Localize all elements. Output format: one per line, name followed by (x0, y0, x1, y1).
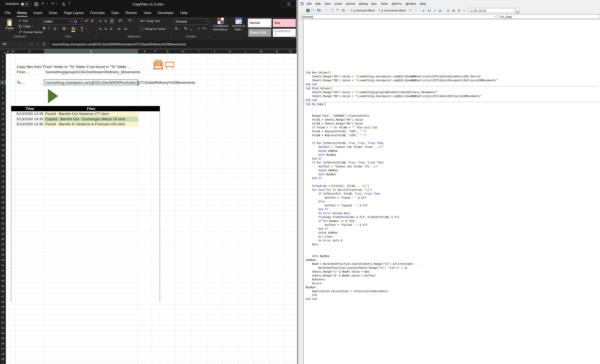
code-line[interactable] (306, 180, 598, 184)
number-dialog-launcher-icon[interactable]: ⌟ (209, 35, 210, 38)
code-line[interactable]: OutText = "Cannot see folder (To ..)!" (306, 164, 598, 168)
log-row[interactable]: 5/13/2020 14:35 Copied - Barrels Out - E… (16, 117, 160, 122)
row-header[interactable]: 35 (0, 231, 6, 237)
copy-button[interactable]: Copy˅ (19, 25, 33, 28)
code-line[interactable]: Sub Prod_Values() (306, 86, 598, 90)
design-mode-icon[interactable] (438, 8, 442, 13)
code-line[interactable]: NewR = WorksheetFunction.CountA(Sheet1.R… (306, 262, 598, 266)
code-line[interactable]: FoldB = Sheet1.Range("D6").Value (306, 122, 598, 126)
percent-style-icon[interactable]: % (184, 27, 187, 31)
row-header[interactable]: 2 (0, 59, 6, 64)
decrease-indent-icon[interactable]: ⇤ (118, 27, 121, 31)
code-line[interactable]: End (306, 293, 598, 297)
code-line[interactable]: FoldA = Sheet1.Range("D4").Value (306, 118, 598, 122)
vba-find-icon[interactable] (341, 8, 345, 13)
column-header[interactable]: A (6, 49, 10, 54)
fill-color-dropdown-icon[interactable]: ˅ (76, 28, 78, 30)
row-header[interactable]: 31 (0, 210, 6, 216)
insert-function-icon[interactable]: fx (43, 42, 46, 46)
row-header[interactable]: 53 (0, 325, 6, 331)
comment-block-button[interactable]: ☰1 Comment Block (349, 9, 376, 12)
object-combo[interactable]: (General)∨ (300, 14, 497, 19)
row-header[interactable]: 29 (0, 200, 6, 205)
code-line[interactable]: Sheet1.Range("D4").Value = "\\something\… (306, 90, 598, 94)
vba-redo-icon[interactable]: ↷ (413, 8, 418, 13)
uncomment-block-button[interactable]: ☰2 Uncomment Block (377, 9, 407, 12)
align-top-icon[interactable]: ≡ (99, 19, 101, 23)
row-header[interactable]: 40 (0, 257, 6, 263)
code-line[interactable]: Err.Clear (306, 235, 598, 238)
code-line[interactable]: If Not IsThere1(FoldB, True, True, True)… (306, 161, 598, 164)
column-header[interactable]: I (191, 49, 207, 54)
cell-style-item[interactable]: Check Cell (248, 28, 272, 37)
row-header[interactable]: 55 (0, 336, 6, 341)
ribbon-tab[interactable]: Home (14, 9, 30, 17)
row-header[interactable]: 46 (0, 289, 6, 294)
row-header[interactable]: 54 (0, 330, 6, 336)
vba-menu-item[interactable]: Window (404, 2, 418, 5)
column-header[interactable]: M (253, 49, 269, 54)
row-header[interactable]: 51 (0, 315, 6, 320)
row-header[interactable]: 33 (0, 221, 6, 226)
code-line[interactable]: GoTo ByeBye (306, 254, 598, 258)
column-header[interactable]: O (285, 49, 297, 54)
column-header[interactable]: B (10, 49, 16, 54)
break-icon[interactable]: ❚❚ (427, 8, 431, 13)
vba-menu-item[interactable]: Help (418, 2, 428, 5)
row-header[interactable]: 32 (0, 216, 6, 221)
decrease-font-icon[interactable]: Aˇ (91, 19, 94, 23)
align-right-icon[interactable]: ≡ (110, 27, 112, 31)
code-line[interactable]: OutText = "Found - " & Fif (306, 196, 598, 200)
align-center-icon[interactable]: ≡ (104, 27, 107, 31)
log-row[interactable]: 5/13/2020 14:35 Found - Barrels In Varia… (16, 122, 160, 127)
selected-cell-border[interactable] (44, 80, 138, 85)
code-line[interactable]: WorksheetFunction.CountA(Sheet1.Range("C… (306, 266, 598, 270)
code-line[interactable]: FoldB = Replace(FoldB, "%20", " ") (306, 133, 598, 137)
fill-handle[interactable] (137, 84, 139, 86)
code-line[interactable]: AddRow: (306, 258, 598, 262)
code-pane[interactable]: Sub Dev_Values() Sheet1.Range("D4").Valu… (303, 19, 600, 364)
project-explorer-icon[interactable]: ▤ (446, 8, 450, 13)
vba-menu-item[interactable]: Format (344, 2, 357, 5)
row-header[interactable]: 45 (0, 283, 6, 289)
column-header[interactable]: K (222, 49, 238, 54)
scrollbar-fragment[interactable]: ▼ (516, 8, 519, 14)
ribbon-tab[interactable]: View (140, 9, 154, 17)
row-header[interactable]: 39 (0, 252, 6, 257)
ribbon-tab[interactable]: Help (177, 9, 191, 17)
comma-style-icon[interactable]: , (190, 26, 191, 31)
format-as-table-button[interactable]: Format asTable ˅ (231, 18, 246, 31)
decrease-decimal-icon[interactable]: .00→ (202, 27, 208, 30)
code-line[interactable]: OutText = "Copied - " & Fif (306, 203, 598, 207)
note-cell[interactable]: Copy files from 'From" folder to "To" fo… (17, 64, 131, 69)
row-header[interactable]: 14 (0, 122, 6, 127)
name-box[interactable]: D6 ▾ (0, 41, 25, 48)
conditional-formatting-button[interactable]: ConditionalFormatting ˅ (211, 18, 231, 31)
code-line[interactable]: End Sub (306, 297, 598, 301)
accounting-format-icon[interactable]: $ ˅ (175, 27, 179, 31)
row-header[interactable]: 19 (0, 148, 6, 153)
row-header[interactable]: 5 (0, 75, 6, 80)
search-box[interactable] (281, 1, 296, 7)
row-header[interactable]: 22 (0, 164, 6, 169)
code-editor[interactable]: Sub Dev_Values() Sheet1.Range("D4").Valu… (306, 71, 598, 301)
code-line[interactable]: If Err.Number <> 0 Then (306, 219, 598, 223)
row-header[interactable]: 43 (0, 273, 6, 278)
log-time-cell[interactable]: 5/13/2020 14:35 (16, 122, 43, 127)
code-line[interactable]: GoSub AddRow (306, 149, 598, 153)
italic-button[interactable]: I (48, 26, 49, 30)
font-color-button[interactable]: A (81, 26, 83, 31)
orientation-icon[interactable]: ab˅ (118, 19, 123, 22)
column-header[interactable]: E (138, 49, 151, 54)
row-header[interactable]: 10 (0, 101, 6, 106)
code-line[interactable]: End If (306, 207, 598, 211)
code-line[interactable]: GoTo ByeBye (306, 172, 598, 176)
run-sub-icon[interactable]: ▶ (422, 8, 426, 13)
code-line[interactable]: End Sub (306, 98, 598, 102)
code-line[interactable]: OutText = "Cannot see folder (From ...)!… (306, 145, 598, 149)
font-name-combo[interactable]: Calibri˅ (42, 19, 71, 25)
increase-font-icon[interactable]: Aˆ (85, 19, 89, 23)
log-file-cell[interactable]: Found - Barrels Out Variance v77.xlsm (44, 111, 138, 117)
row-header[interactable]: 18 (0, 143, 6, 148)
underline-button[interactable]: U (53, 26, 56, 30)
